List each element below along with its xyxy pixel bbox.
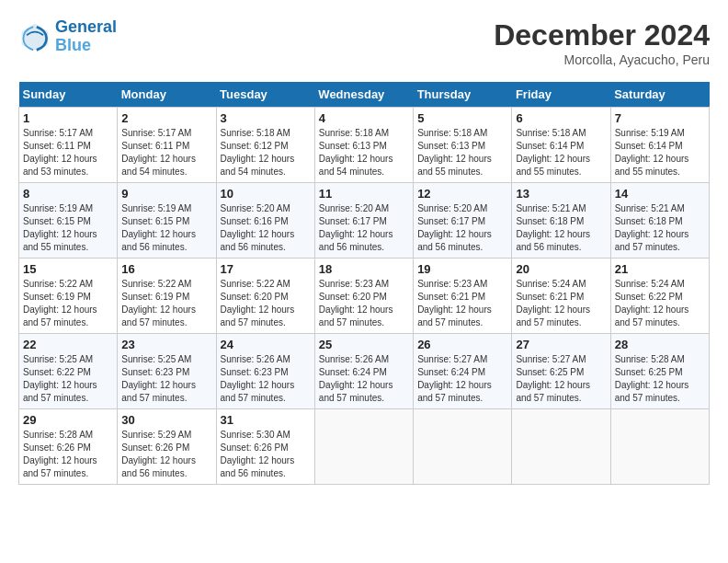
calendar-day-cell: 29Sunrise: 5:28 AMSunset: 6:26 PMDayligh… <box>19 409 118 485</box>
calendar-day-cell: 5Sunrise: 5:18 AMSunset: 6:13 PMDaylight… <box>414 108 512 183</box>
calendar-day-cell: 1Sunrise: 5:17 AMSunset: 6:11 PMDaylight… <box>19 108 118 183</box>
calendar-week-row: 22Sunrise: 5:25 AMSunset: 6:22 PMDayligh… <box>19 334 710 409</box>
calendar-day-cell: 20Sunrise: 5:24 AMSunset: 6:21 PMDayligh… <box>512 259 610 334</box>
day-number: 26 <box>417 338 507 351</box>
day-info: Sunrise: 5:18 AMSunset: 6:12 PMDaylight:… <box>221 127 311 178</box>
day-info: Sunrise: 5:20 AMSunset: 6:17 PMDaylight:… <box>319 202 409 254</box>
day-info: Sunrise: 5:29 AMSunset: 6:26 PMDaylight:… <box>121 429 211 480</box>
day-info: Sunrise: 5:19 AMSunset: 6:15 PMDaylight:… <box>23 202 113 254</box>
calendar-week-row: 29Sunrise: 5:28 AMSunset: 6:26 PMDayligh… <box>19 409 710 485</box>
calendar-day-cell: 16Sunrise: 5:22 AMSunset: 6:19 PMDayligh… <box>118 259 216 334</box>
day-number: 12 <box>417 187 507 201</box>
calendar-day-cell: 9Sunrise: 5:19 AMSunset: 6:15 PMDaylight… <box>118 183 216 259</box>
calendar-day-cell: 2Sunrise: 5:17 AMSunset: 6:11 PMDaylight… <box>118 108 216 183</box>
day-of-week-header: Friday <box>512 82 610 108</box>
day-of-week-header: Tuesday <box>216 82 314 108</box>
title-block: December 2024 Morcolla, Ayacucho, Peru <box>494 18 710 67</box>
day-number: 21 <box>615 262 705 276</box>
logo-line1: General <box>55 17 117 36</box>
calendar-day-cell: 12Sunrise: 5:20 AMSunset: 6:17 PMDayligh… <box>414 183 512 259</box>
day-info: Sunrise: 5:24 AMSunset: 6:22 PMDaylight:… <box>615 278 705 329</box>
day-number: 16 <box>121 262 211 276</box>
day-number: 23 <box>121 338 211 351</box>
day-info: Sunrise: 5:20 AMSunset: 6:16 PMDaylight:… <box>221 202 311 254</box>
calendar-week-row: 15Sunrise: 5:22 AMSunset: 6:19 PMDayligh… <box>19 259 710 334</box>
day-of-week-header: Monday <box>118 82 216 108</box>
day-number: 5 <box>417 111 507 125</box>
calendar-day-cell: 7Sunrise: 5:19 AMSunset: 6:14 PMDaylight… <box>610 108 709 183</box>
day-info: Sunrise: 5:22 AMSunset: 6:20 PMDaylight:… <box>221 278 311 329</box>
calendar-day-cell: 15Sunrise: 5:22 AMSunset: 6:19 PMDayligh… <box>19 259 118 334</box>
empty-cell <box>512 409 610 485</box>
day-info: Sunrise: 5:19 AMSunset: 6:15 PMDaylight:… <box>121 202 211 254</box>
day-number: 13 <box>516 187 606 201</box>
day-number: 7 <box>615 111 705 125</box>
page-header: General Blue December 2024 Morcolla, Aya… <box>18 18 710 67</box>
month-title: December 2024 <box>494 18 710 52</box>
day-info: Sunrise: 5:30 AMSunset: 6:26 PMDaylight:… <box>221 429 311 480</box>
day-info: Sunrise: 5:27 AMSunset: 6:25 PMDaylight:… <box>516 353 606 405</box>
day-number: 27 <box>516 338 606 351</box>
day-number: 6 <box>516 111 606 125</box>
day-number: 31 <box>221 413 311 427</box>
day-info: Sunrise: 5:24 AMSunset: 6:21 PMDaylight:… <box>516 278 606 329</box>
calendar-day-cell: 14Sunrise: 5:21 AMSunset: 6:18 PMDayligh… <box>610 183 709 259</box>
day-info: Sunrise: 5:17 AMSunset: 6:11 PMDaylight:… <box>121 127 211 178</box>
day-info: Sunrise: 5:18 AMSunset: 6:14 PMDaylight:… <box>516 127 606 178</box>
day-info: Sunrise: 5:19 AMSunset: 6:14 PMDaylight:… <box>615 127 705 178</box>
day-number: 4 <box>319 111 409 125</box>
day-info: Sunrise: 5:27 AMSunset: 6:24 PMDaylight:… <box>417 353 507 405</box>
day-info: Sunrise: 5:23 AMSunset: 6:21 PMDaylight:… <box>417 278 507 329</box>
calendar-day-cell: 22Sunrise: 5:25 AMSunset: 6:22 PMDayligh… <box>19 334 118 409</box>
day-info: Sunrise: 5:28 AMSunset: 6:25 PMDaylight:… <box>615 353 705 405</box>
calendar-day-cell: 6Sunrise: 5:18 AMSunset: 6:14 PMDaylight… <box>512 108 610 183</box>
calendar-day-cell: 24Sunrise: 5:26 AMSunset: 6:23 PMDayligh… <box>216 334 314 409</box>
calendar-day-cell: 8Sunrise: 5:19 AMSunset: 6:15 PMDaylight… <box>19 183 118 259</box>
day-number: 20 <box>516 262 606 276</box>
header-row: SundayMondayTuesdayWednesdayThursdayFrid… <box>19 82 710 108</box>
day-number: 15 <box>23 262 113 276</box>
day-number: 22 <box>23 338 113 351</box>
day-number: 29 <box>23 413 113 427</box>
calendar-day-cell: 28Sunrise: 5:28 AMSunset: 6:25 PMDayligh… <box>610 334 709 409</box>
empty-cell <box>610 409 709 485</box>
day-of-week-header: Wednesday <box>314 82 413 108</box>
calendar-day-cell: 31Sunrise: 5:30 AMSunset: 6:26 PMDayligh… <box>216 409 314 485</box>
day-number: 3 <box>221 111 311 125</box>
day-info: Sunrise: 5:20 AMSunset: 6:17 PMDaylight:… <box>417 202 507 254</box>
calendar-week-row: 1Sunrise: 5:17 AMSunset: 6:11 PMDaylight… <box>19 108 710 183</box>
calendar-day-cell: 13Sunrise: 5:21 AMSunset: 6:18 PMDayligh… <box>512 183 610 259</box>
day-info: Sunrise: 5:18 AMSunset: 6:13 PMDaylight:… <box>417 127 507 178</box>
calendar-day-cell: 19Sunrise: 5:23 AMSunset: 6:21 PMDayligh… <box>414 259 512 334</box>
calendar-day-cell: 17Sunrise: 5:22 AMSunset: 6:20 PMDayligh… <box>216 259 314 334</box>
day-info: Sunrise: 5:21 AMSunset: 6:18 PMDaylight:… <box>615 202 705 254</box>
location: Morcolla, Ayacucho, Peru <box>494 52 710 67</box>
logo-icon <box>18 20 51 53</box>
day-number: 2 <box>121 111 211 125</box>
calendar-day-cell: 4Sunrise: 5:18 AMSunset: 6:13 PMDaylight… <box>314 108 413 183</box>
logo: General Blue <box>18 18 117 55</box>
empty-cell <box>414 409 512 485</box>
calendar-week-row: 8Sunrise: 5:19 AMSunset: 6:15 PMDaylight… <box>19 183 710 259</box>
day-info: Sunrise: 5:21 AMSunset: 6:18 PMDaylight:… <box>516 202 606 254</box>
day-number: 17 <box>221 262 311 276</box>
calendar-day-cell: 3Sunrise: 5:18 AMSunset: 6:12 PMDaylight… <box>216 108 314 183</box>
calendar-day-cell: 10Sunrise: 5:20 AMSunset: 6:16 PMDayligh… <box>216 183 314 259</box>
day-info: Sunrise: 5:22 AMSunset: 6:19 PMDaylight:… <box>121 278 211 329</box>
day-info: Sunrise: 5:26 AMSunset: 6:23 PMDaylight:… <box>221 353 311 405</box>
calendar-day-cell: 11Sunrise: 5:20 AMSunset: 6:17 PMDayligh… <box>314 183 413 259</box>
calendar-day-cell: 26Sunrise: 5:27 AMSunset: 6:24 PMDayligh… <box>414 334 512 409</box>
day-info: Sunrise: 5:26 AMSunset: 6:24 PMDaylight:… <box>319 353 409 405</box>
calendar-day-cell: 18Sunrise: 5:23 AMSunset: 6:20 PMDayligh… <box>314 259 413 334</box>
logo-text: General Blue <box>55 18 117 55</box>
day-info: Sunrise: 5:18 AMSunset: 6:13 PMDaylight:… <box>319 127 409 178</box>
calendar-day-cell: 21Sunrise: 5:24 AMSunset: 6:22 PMDayligh… <box>610 259 709 334</box>
logo-line2: Blue <box>55 37 117 55</box>
day-number: 25 <box>319 338 409 351</box>
day-of-week-header: Saturday <box>610 82 709 108</box>
day-number: 30 <box>121 413 211 427</box>
calendar-day-cell: 23Sunrise: 5:25 AMSunset: 6:23 PMDayligh… <box>118 334 216 409</box>
calendar-day-cell: 30Sunrise: 5:29 AMSunset: 6:26 PMDayligh… <box>118 409 216 485</box>
day-info: Sunrise: 5:25 AMSunset: 6:23 PMDaylight:… <box>121 353 211 405</box>
day-number: 9 <box>121 187 211 201</box>
